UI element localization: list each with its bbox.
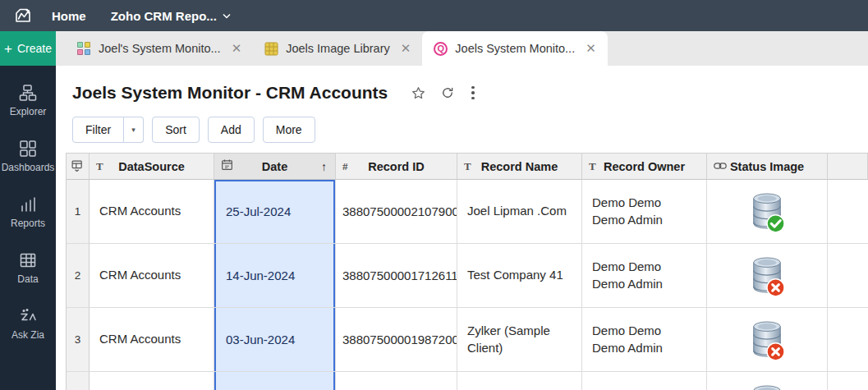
add-button[interactable]: Add xyxy=(208,117,255,143)
tab-label: Joel's System Monito... xyxy=(99,42,221,55)
calendar-icon xyxy=(221,158,233,174)
sidebar-item-label: Dashboards xyxy=(2,162,55,173)
text-type-icon: T xyxy=(464,160,471,173)
tab-bar: Joel's System Monito... ✕ Joels Image Li… xyxy=(56,31,868,66)
tab-label: Joels System Monito... xyxy=(455,42,575,55)
more-button[interactable]: More xyxy=(263,117,315,143)
favorite-star-icon[interactable] xyxy=(411,85,426,101)
plus-icon: + xyxy=(4,42,12,56)
refresh-icon[interactable] xyxy=(439,85,455,101)
sidebar-item-dashboards[interactable]: Dashboards xyxy=(0,140,56,173)
record-owner-cell[interactable]: Demo Demo Demo Admin xyxy=(582,308,707,372)
close-icon[interactable]: ✕ xyxy=(586,41,596,56)
record-id-cell[interactable]: 38807500001987200 xyxy=(336,308,457,372)
column-header-date[interactable]: Date ↑ xyxy=(214,154,336,180)
nav-home[interactable]: Home xyxy=(52,9,86,23)
tab-joels-system-monitor-query[interactable]: Q Joels System Monito... ✕ xyxy=(422,31,607,66)
datasource-cell[interactable]: CRM Accounts xyxy=(90,244,214,308)
nav-home-label: Home xyxy=(52,9,86,23)
record-name-cell[interactable] xyxy=(457,372,582,390)
record-name-cell[interactable]: Zylker (Sample Client) xyxy=(457,308,582,372)
status-image-cell[interactable] xyxy=(707,180,828,244)
date-cell-selected[interactable]: 03-Jun-2024 xyxy=(214,308,336,372)
sort-button[interactable]: Sort xyxy=(152,117,200,143)
record-id-cell[interactable]: 38807500002107900 xyxy=(336,180,457,244)
filler-cell xyxy=(828,180,868,244)
sidebar-item-data[interactable]: Data xyxy=(0,251,56,285)
select-all-cell[interactable] xyxy=(67,154,90,180)
table-row: 1 CRM Accounts 25-Jul-2024 3880750000210… xyxy=(67,180,868,244)
column-label: Date xyxy=(262,160,287,173)
nav-workspace-switcher[interactable]: Zoho CRM Repo... xyxy=(111,9,231,23)
row-number-cell[interactable]: 2 xyxy=(67,244,90,308)
tab-joels-system-monitor-dashboard[interactable]: Joel's System Monito... ✕ xyxy=(66,31,253,66)
record-id-cell[interactable] xyxy=(336,372,457,390)
record-owner-cell[interactable] xyxy=(582,372,707,390)
zia-icon xyxy=(19,307,37,325)
column-label: Record Owner xyxy=(604,160,685,173)
status-image-cell[interactable] xyxy=(707,244,828,308)
record-owner-cell[interactable]: Demo Demo Demo Admin xyxy=(582,180,707,244)
reports-bars-icon xyxy=(19,195,37,213)
column-label: Status Image xyxy=(730,160,804,173)
date-cell-selected[interactable] xyxy=(214,372,336,390)
column-label: Record ID xyxy=(368,160,425,173)
column-label: DataSource xyxy=(118,160,185,173)
number-type-icon: # xyxy=(342,160,348,173)
datasource-cell[interactable]: CRM Accounts xyxy=(90,308,214,372)
records-table: T DataSource Date ↑ # Record ID xyxy=(66,153,868,390)
database-error-icon xyxy=(748,254,786,298)
row-number-cell[interactable]: 1 xyxy=(67,180,90,244)
tab-joels-image-library[interactable]: Joels Image Library ✕ xyxy=(253,31,422,66)
report-toolbar: Filter ▾ Sort Add More xyxy=(56,103,868,143)
table-row: 2 CRM Accounts 14-Jun-2024 3880750000171… xyxy=(67,244,868,308)
record-name-cell[interactable]: Joel Lipman .Com xyxy=(457,180,582,244)
table-row xyxy=(67,372,868,390)
record-owner-cell[interactable]: Demo Demo Demo Admin xyxy=(582,244,707,308)
row-number-cell[interactable]: 3 xyxy=(67,308,90,372)
sidebar-item-reports[interactable]: Reports xyxy=(0,195,56,229)
create-button[interactable]: + Create xyxy=(0,31,56,66)
sidebar-item-label: Reports xyxy=(11,218,45,229)
yellow-table-icon xyxy=(264,42,278,56)
column-header-record-owner[interactable]: T Record Owner xyxy=(582,154,707,180)
close-icon[interactable]: ✕ xyxy=(232,41,242,56)
filter-button[interactable]: Filter xyxy=(72,117,124,143)
table-header-row: T DataSource Date ↑ # Record ID xyxy=(67,154,868,180)
filler-cell xyxy=(828,308,868,372)
column-header-status-image[interactable]: Status Image xyxy=(707,154,828,180)
database-icon xyxy=(748,382,786,390)
record-name-cell[interactable]: Test Company 41 xyxy=(457,244,582,308)
datasource-cell[interactable]: CRM Accounts xyxy=(90,180,214,244)
table-select-icon xyxy=(71,159,85,173)
date-cell-selected[interactable]: 14-Jun-2024 xyxy=(214,244,336,308)
sidebar-item-label: Data xyxy=(17,273,38,285)
more-options-kebab-icon[interactable] xyxy=(468,85,478,102)
sidebar: + Create Explorer Dashboards Reports xyxy=(0,31,56,390)
filter-dropdown-button[interactable]: ▾ xyxy=(124,117,144,143)
row-number-cell[interactable] xyxy=(67,372,90,390)
dashboard-icon xyxy=(77,42,91,56)
link-icon xyxy=(714,160,727,173)
datasource-cell[interactable] xyxy=(90,372,214,390)
status-image-cell[interactable] xyxy=(707,308,828,372)
sidebar-item-label: Explorer xyxy=(10,106,47,117)
column-header-record-id[interactable]: # Record ID xyxy=(336,154,457,180)
zoho-analytics-logo-icon[interactable] xyxy=(12,5,34,26)
column-header-record-name[interactable]: T Record Name xyxy=(457,154,582,180)
filler-header-cell xyxy=(828,154,868,180)
nav-workspace-label: Zoho CRM Repo... xyxy=(111,9,217,23)
sort-ascending-icon: ↑ xyxy=(321,160,327,173)
table-row: 3 CRM Accounts 03-Jun-2024 3880750000198… xyxy=(67,308,868,372)
sidebar-item-ask-zia[interactable]: Ask Zia xyxy=(0,307,56,341)
database-error-icon xyxy=(748,318,786,362)
record-id-cell[interactable]: 38807500001712611 xyxy=(336,244,457,308)
close-icon[interactable]: ✕ xyxy=(401,41,411,56)
sidebar-item-explorer[interactable]: Explorer xyxy=(0,84,56,117)
date-cell-selected[interactable]: 25-Jul-2024 xyxy=(214,180,336,244)
status-image-cell[interactable] xyxy=(707,372,828,390)
text-type-icon: T xyxy=(589,160,596,173)
filler-cell xyxy=(828,244,868,308)
column-header-datasource[interactable]: T DataSource xyxy=(90,154,214,180)
create-button-label: Create xyxy=(17,42,52,55)
